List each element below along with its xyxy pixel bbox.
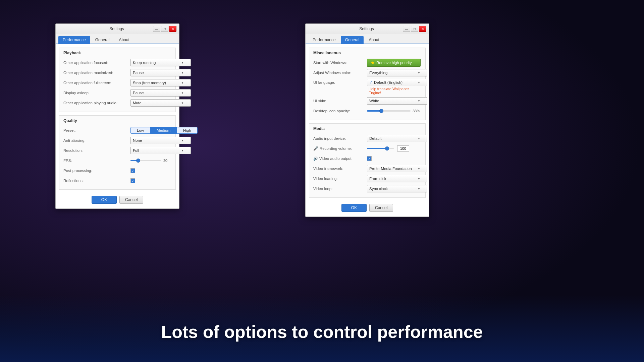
- bottom-text: Lots of options to control performance: [0, 322, 644, 342]
- row-ui-skin: UI skin: White: [313, 97, 421, 105]
- ui-language-select[interactable]: ✓ Default (English): [367, 79, 427, 86]
- preset-low[interactable]: Low: [130, 127, 150, 134]
- app-audio-select[interactable]: Mute: [130, 99, 191, 107]
- minimize-button-1[interactable]: —: [153, 26, 160, 32]
- mic-icon: 🎤: [313, 146, 318, 151]
- start-windows-button[interactable]: ★ Remove high priority: [367, 59, 421, 67]
- maximize-button-1[interactable]: □: [161, 26, 168, 32]
- window-2-btn-row: OK Cancel: [309, 201, 426, 213]
- row-video-audio: 🔊 Video audio output: ✓: [313, 155, 421, 163]
- recording-slider-track[interactable]: [367, 148, 394, 149]
- window-2-title: Settings: [330, 26, 403, 31]
- media-section: Media Audio input device: Default 🎤 Reco…: [309, 123, 426, 198]
- reflections-label: Reflections:: [63, 179, 130, 183]
- ui-skin-select[interactable]: White: [367, 97, 427, 105]
- preset-group: Low Medium High: [130, 127, 198, 134]
- video-audio-label: 🔊 Video audio output:: [313, 157, 367, 161]
- row-postprocessing: Post-processing: ✓: [63, 167, 171, 175]
- star-icon: ★: [371, 60, 375, 65]
- settings-window-1: Settings — □ ✕ Performance General About…: [55, 23, 179, 209]
- postprocessing-label: Post-processing:: [63, 169, 130, 173]
- app-maximized-select[interactable]: Pause: [130, 69, 191, 76]
- adjust-color-select[interactable]: Everything: [367, 69, 427, 76]
- row-audio-input: Audio input device: Default: [313, 134, 421, 142]
- window-1-cancel[interactable]: Cancel: [119, 196, 143, 204]
- desktop-opacity-label: Desktop icon opacity:: [313, 109, 367, 113]
- tab-bar-2: Performance General About: [306, 34, 429, 44]
- misc-section: Miscellaneous Start with Windows: ★ Remo…: [309, 48, 426, 120]
- row-app-fullscreen: Other application fullscreen: Stop (free…: [63, 79, 171, 87]
- antialiasing-select[interactable]: None: [130, 137, 191, 144]
- close-button-2[interactable]: ✕: [419, 26, 426, 32]
- tab-performance-1[interactable]: Performance: [58, 36, 90, 44]
- opacity-slider-container: 33%: [367, 109, 421, 113]
- tab-bar-1: Performance General About: [56, 34, 179, 44]
- app-fullscreen-select[interactable]: Stop (free memory): [130, 79, 191, 86]
- antialiasing-label: Anti-aliasing:: [63, 138, 130, 142]
- reflections-checkbox[interactable]: ✓: [130, 178, 135, 183]
- row-fps: FPS: 20: [63, 157, 171, 165]
- quality-section: Quality Preset: Low Medium High Anti-ali…: [59, 115, 176, 190]
- preset-medium[interactable]: Medium: [150, 127, 177, 134]
- preset-high[interactable]: High: [177, 127, 198, 134]
- close-button-1[interactable]: ✕: [169, 26, 176, 32]
- opacity-slider-track[interactable]: [367, 110, 411, 112]
- row-adjust-color: Adjust Windows color: Everything: [313, 69, 421, 77]
- misc-header: Miscellaneous: [313, 51, 421, 56]
- settings-window-2: Settings — □ ✕ Performance General About…: [305, 23, 429, 217]
- row-desktop-opacity: Desktop icon opacity: 33%: [313, 107, 421, 115]
- audio-input-label: Audio input device:: [313, 136, 367, 140]
- row-app-maximized: Other application maximized: Pause: [63, 69, 171, 77]
- video-loop-select[interactable]: Sync clock: [367, 185, 427, 192]
- playback-header: Playback: [63, 51, 171, 56]
- video-audio-checkbox[interactable]: ✓: [367, 156, 372, 161]
- window-2-content: Miscellaneous Start with Windows: ★ Remo…: [306, 44, 429, 217]
- row-ui-language: UI language: ✓ Default (English) Help tr…: [313, 79, 421, 95]
- app-focused-select[interactable]: Keep running: [130, 59, 191, 66]
- tab-about-2[interactable]: About: [364, 36, 383, 44]
- postprocessing-checkbox[interactable]: ✓: [130, 168, 135, 173]
- display-asleep-label: Display asleep:: [63, 91, 130, 95]
- row-start-windows: Start with Windows: ★ Remove high priori…: [313, 59, 421, 67]
- recording-slider-container: [367, 145, 421, 152]
- row-video-framework: Video framework: Prefer Media Foundation: [313, 165, 421, 173]
- audio-input-select[interactable]: Default: [367, 135, 427, 142]
- video-loading-label: Video loading:: [313, 177, 367, 181]
- row-resolution: Resolution: Full: [63, 146, 171, 155]
- tab-general-1[interactable]: General: [91, 36, 114, 44]
- translate-link[interactable]: Help translate Wallpaper Engine!: [369, 87, 421, 95]
- row-video-loop: Video loop: Sync clock: [313, 185, 421, 193]
- tab-performance-2[interactable]: Performance: [308, 36, 340, 44]
- speaker-icon: 🔊: [313, 157, 318, 161]
- recording-slider-fill: [367, 148, 387, 149]
- window-2-ok[interactable]: OK: [341, 204, 367, 212]
- recording-volume-label: 🎤 Recording volume:: [313, 146, 367, 151]
- recording-volume-input[interactable]: [397, 145, 409, 152]
- fps-slider-container: 20: [130, 159, 171, 163]
- minimize-button-2[interactable]: —: [403, 26, 410, 32]
- tab-about-1[interactable]: About: [114, 36, 133, 44]
- resolution-select[interactable]: Full: [130, 147, 191, 154]
- adjust-color-label: Adjust Windows color:: [313, 71, 367, 75]
- tab-general-2[interactable]: General: [341, 36, 364, 44]
- resolution-label: Resolution:: [63, 148, 130, 153]
- video-loop-label: Video loop:: [313, 187, 367, 191]
- row-antialiasing: Anti-aliasing: None: [63, 136, 171, 144]
- window-1-btn-row: OK Cancel: [59, 193, 176, 205]
- display-asleep-select[interactable]: Pause: [130, 89, 191, 97]
- window-1-ok[interactable]: OK: [92, 196, 117, 204]
- ui-language-label: UI language:: [313, 80, 367, 84]
- recording-slider-thumb[interactable]: [385, 146, 389, 150]
- window-2-cancel[interactable]: Cancel: [369, 204, 393, 212]
- opacity-value: 33%: [413, 109, 421, 113]
- video-loading-select[interactable]: From disk: [367, 175, 427, 182]
- row-video-loading: Video loading: From disk: [313, 175, 421, 183]
- maximize-button-2[interactable]: □: [411, 26, 418, 32]
- row-display-asleep: Display asleep: Pause: [63, 89, 171, 97]
- opacity-slider-thumb[interactable]: [379, 109, 383, 113]
- playback-section: Playback Other application focused: Keep…: [59, 48, 176, 112]
- fps-slider-track[interactable]: [130, 160, 161, 161]
- row-reflections: Reflections: ✓: [63, 177, 171, 185]
- fps-slider-thumb[interactable]: [136, 159, 140, 163]
- video-framework-select[interactable]: Prefer Media Foundation: [367, 165, 427, 172]
